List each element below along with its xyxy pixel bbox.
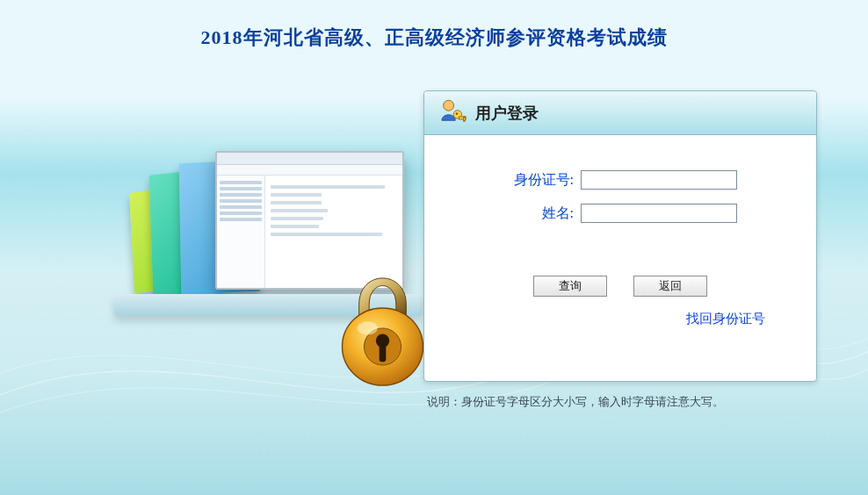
svg-rect-3: [380, 343, 387, 362]
name-input[interactable]: [581, 204, 737, 223]
panel-title: 用户登录: [475, 103, 539, 124]
svg-point-4: [358, 321, 378, 334]
name-label: 姓名:: [458, 204, 581, 223]
padlock-icon: [332, 246, 433, 391]
login-panel: 用户登录 身份证号: 姓名: 查询 返回 找回身份证号: [423, 90, 817, 382]
note-text: 说明：身份证号字母区分大小写，输入时字母请注意大写。: [427, 395, 724, 410]
query-button[interactable]: 查询: [533, 276, 607, 297]
recover-id-link[interactable]: 找回身份证号: [686, 312, 765, 326]
svg-rect-8: [464, 116, 466, 120]
user-key-icon: [437, 97, 467, 130]
back-button[interactable]: 返回: [633, 276, 707, 297]
svg-point-5: [444, 100, 454, 111]
svg-point-9: [456, 112, 459, 115]
panel-header: 用户登录: [424, 91, 816, 135]
id-label: 身份证号:: [458, 171, 581, 190]
decorative-illustration: [132, 140, 413, 369]
id-input[interactable]: [581, 170, 737, 190]
login-form: 身份证号: 姓名: 查询 返回 找回身份证号: [424, 135, 816, 336]
page-title: 2018年河北省高级、正高级经济师参评资格考试成绩: [0, 0, 868, 51]
